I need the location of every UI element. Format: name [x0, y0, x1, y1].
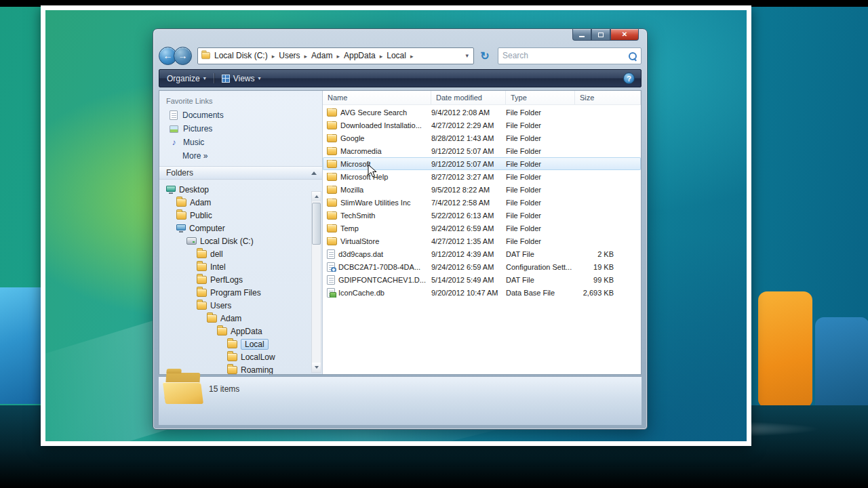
- column-header-type[interactable]: Type: [506, 91, 575, 104]
- tree-item-local-disk-c-[interactable]: Local Disk (C:): [159, 235, 322, 247]
- file-name: AVG Secure Search: [340, 108, 407, 117]
- favorite-link-pictures[interactable]: Pictures: [159, 122, 322, 136]
- file-name: Temp: [340, 224, 359, 232]
- tree-item-intel[interactable]: Intel: [159, 260, 322, 273]
- tree-item-locallow[interactable]: LocalLow: [159, 350, 322, 363]
- tree-item-label: LocalLow: [241, 352, 275, 362]
- scroll-up-button[interactable]: [312, 192, 321, 201]
- file-date-cell: 9/5/2012 8:22 AM: [431, 186, 506, 194]
- tree-item-users[interactable]: Users: [159, 299, 322, 312]
- back-icon: ←: [163, 50, 173, 61]
- tree-item-adam[interactable]: Adam: [159, 312, 322, 325]
- file-row[interactable]: Macromedia9/12/2012 5:07 AMFile Folder: [323, 144, 641, 157]
- file-row[interactable]: d3d9caps.dat9/12/2012 4:39 AMDAT File2 K…: [323, 247, 641, 260]
- favorite-link-documents[interactable]: Documents: [159, 108, 322, 122]
- file-size-cell: 2,693 KB: [575, 289, 641, 297]
- file-row[interactable]: AVG Secure Search9/4/2012 2:08 AMFile Fo…: [323, 106, 641, 119]
- file-date-cell: 5/14/2012 5:49 AM: [431, 276, 506, 284]
- file-date-cell: 9/24/2012 6:59 AM: [431, 224, 506, 232]
- tree-item-computer[interactable]: Computer: [159, 222, 322, 235]
- file-row[interactable]: VirtualStore4/27/2012 1:35 AMFile Folder: [323, 235, 641, 247]
- tree-item-dell[interactable]: dell: [159, 247, 322, 260]
- file-type-cell: File Folder: [506, 147, 575, 155]
- folders-band[interactable]: Folders: [159, 166, 322, 180]
- config-file-icon: [327, 262, 335, 272]
- breadcrumb-segment[interactable]: Users: [275, 49, 303, 62]
- breadcrumb-segment[interactable]: AppData: [340, 49, 379, 62]
- refresh-button[interactable]: ↻: [476, 47, 494, 64]
- folder-icon: [327, 121, 337, 129]
- address-bar[interactable]: Local Disk (C:)▸Users▸Adam▸AppData▸Local…: [197, 47, 474, 64]
- tree-item-desktop[interactable]: Desktop: [159, 183, 322, 196]
- scrollbar-thumb[interactable]: [312, 203, 321, 245]
- views-label: Views: [233, 74, 255, 83]
- breadcrumb-segment[interactable]: Local Disk (C:): [211, 49, 271, 62]
- tree-item-program-files[interactable]: Program Files: [159, 286, 322, 299]
- file-row[interactable]: SlimWare Utilities Inc7/4/2012 2:58 AMFi…: [323, 196, 641, 209]
- file-date-cell: 8/27/2012 3:27 AM: [431, 173, 506, 181]
- file-row[interactable]: GDIPFONTCACHEV1.D...5/14/2012 5:49 AMDAT…: [323, 273, 641, 286]
- tree-item-local[interactable]: Local: [159, 338, 322, 350]
- column-header-name[interactable]: Name: [323, 91, 431, 104]
- close-icon: ✕: [622, 31, 627, 38]
- search-input[interactable]: [502, 51, 628, 60]
- address-history-caret-icon[interactable]: ▾: [463, 52, 471, 59]
- views-menu-button[interactable]: Views ▾: [214, 70, 269, 87]
- file-name: Microsoft Help: [340, 173, 388, 181]
- organize-menu-button[interactable]: Organize ▾: [159, 70, 214, 87]
- file-name-cell: Microsoft Help: [323, 173, 431, 181]
- chevron-down-icon: ▾: [203, 75, 206, 81]
- file-icon: [327, 249, 335, 259]
- scroll-down-button[interactable]: [312, 363, 321, 372]
- minimize-button[interactable]: [572, 29, 591, 41]
- tree-item-label: dell: [210, 249, 223, 259]
- decor-blue-cube-right: [815, 317, 868, 419]
- file-name: Downloaded Installatio...: [340, 121, 422, 129]
- more-links-button[interactable]: More »: [159, 149, 322, 163]
- folder-icon: [327, 211, 337, 220]
- database-file-icon: [327, 288, 335, 298]
- favorite-link-label: Pictures: [183, 124, 212, 134]
- file-size-cell: 19 KB: [575, 263, 641, 271]
- file-type-cell: DAT File: [506, 250, 575, 258]
- file-name-cell: VirtualStore: [323, 237, 431, 245]
- tree-item-label: Users: [210, 301, 231, 310]
- folder-icon: [227, 366, 237, 374]
- tree-item-perflogs[interactable]: PerfLogs: [159, 273, 322, 286]
- tree-item-appdata[interactable]: AppData: [159, 325, 322, 338]
- file-row[interactable]: DCBC2A71-70D8-4DA...9/24/2012 6:59 AMCon…: [323, 260, 641, 273]
- file-name: d3d9caps.dat: [338, 250, 383, 258]
- tree-item-public[interactable]: Public: [159, 209, 322, 222]
- help-button[interactable]: ?: [623, 73, 635, 84]
- file-row[interactable]: Downloaded Installatio...4/27/2012 2:29 …: [323, 119, 641, 131]
- file-row[interactable]: Google8/28/2012 1:43 AMFile Folder: [323, 131, 641, 144]
- breadcrumb-segment[interactable]: Local: [383, 49, 410, 62]
- file-row[interactable]: Microsoft Help8/27/2012 3:27 AMFile Fold…: [323, 170, 641, 183]
- breadcrumb-separator-icon: ▸: [410, 53, 414, 60]
- favorite-link-music[interactable]: ♪Music: [159, 136, 322, 149]
- breadcrumb-segment[interactable]: Adam: [308, 49, 336, 62]
- help-icon: ?: [627, 75, 631, 83]
- file-row[interactable]: TechSmith5/22/2012 6:13 AMFile Folder: [323, 209, 641, 222]
- forward-button[interactable]: →: [174, 47, 192, 65]
- navigation-bar: ← → Local Disk (C:)▸Users▸Adam▸AppData▸L…: [159, 43, 642, 68]
- file-row[interactable]: Temp9/24/2012 6:59 AMFile Folder: [323, 222, 641, 235]
- folders-header: Folders: [166, 168, 193, 178]
- folder-icon: [327, 199, 337, 207]
- tree-item-adam[interactable]: Adam: [159, 196, 322, 209]
- favorite-links-header: Favorite Links: [159, 91, 322, 108]
- tree-scrollbar[interactable]: [311, 191, 321, 373]
- file-type-cell: File Folder: [506, 224, 575, 232]
- close-button[interactable]: ✕: [610, 29, 639, 41]
- column-header-size[interactable]: Size: [575, 91, 641, 104]
- maximize-button[interactable]: [591, 29, 610, 41]
- file-type-cell: File Folder: [506, 211, 575, 220]
- file-row[interactable]: Microsoft9/12/2012 5:07 AMFile Folder: [323, 157, 641, 170]
- file-type-cell: Data Base File: [506, 289, 575, 297]
- tree-item-label: Public: [190, 211, 212, 220]
- file-date-cell: 7/4/2012 2:58 AM: [431, 199, 506, 207]
- folder-icon: [327, 237, 337, 245]
- column-header-date-modified[interactable]: Date modified: [431, 91, 506, 104]
- file-row[interactable]: IconCache.db9/20/2012 10:47 AMData Base …: [323, 286, 641, 299]
- file-row[interactable]: Mozilla9/5/2012 8:22 AMFile Folder: [323, 183, 641, 196]
